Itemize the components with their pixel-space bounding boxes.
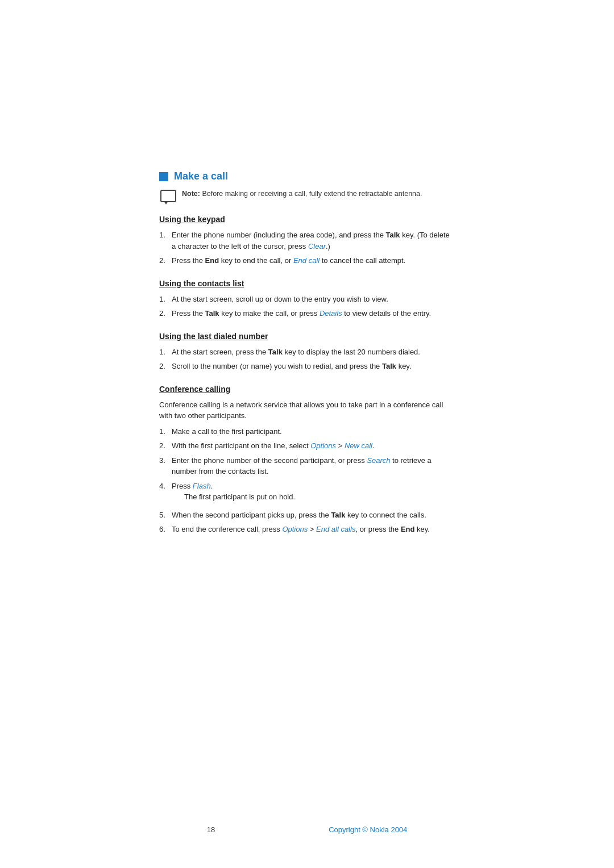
- note-text: Note: Before making or receiving a call,…: [182, 189, 422, 199]
- note-box: Note: Before making or receiving a call,…: [160, 189, 455, 202]
- conference-intro: Conference calling is a network service …: [159, 399, 455, 422]
- last-dialed-list: 1. At the start screen, press the Talk k…: [159, 347, 455, 372]
- subsection-title-conference: Conference calling: [159, 385, 455, 394]
- section-last-dialed: Using the last dialed number 1. At the s…: [159, 332, 455, 372]
- search-link[interactable]: Search: [367, 456, 390, 465]
- section-keypad: Using the keypad 1. Enter the phone numb…: [159, 215, 455, 266]
- options-link2[interactable]: Options: [282, 525, 308, 533]
- list-item: 1. At the start screen, scroll up or dow…: [159, 294, 455, 305]
- details-link[interactable]: Details: [320, 309, 342, 318]
- sub-note: The first participant is put on hold.: [184, 491, 455, 503]
- list-item: 1. Enter the phone number (including the…: [159, 229, 455, 252]
- copyright-text: Copyright © Nokia 2004: [329, 825, 407, 834]
- main-section-title: Make a call: [159, 170, 455, 182]
- footer: 18 Copyright © Nokia 2004: [0, 825, 614, 834]
- list-item: 2. Press the End key to end the call, or…: [159, 255, 455, 266]
- blue-square-icon: [159, 172, 168, 181]
- new-call-link[interactable]: New call: [345, 441, 372, 450]
- page-title: Make a call: [174, 170, 228, 182]
- list-item: 4. Press Flash. The first participant is…: [159, 481, 455, 506]
- subsection-title-keypad: Using the keypad: [159, 215, 455, 224]
- contacts-list: 1. At the start screen, scroll up or dow…: [159, 294, 455, 319]
- options-link[interactable]: Options: [310, 441, 336, 450]
- subsection-title-last-dialed: Using the last dialed number: [159, 332, 455, 341]
- list-item: 3. Enter the phone number of the second …: [159, 455, 455, 477]
- subsection-title-contacts: Using the contacts list: [159, 279, 455, 288]
- note-label: Note:: [182, 190, 200, 198]
- note-body: Before making or receiving a call, fully…: [202, 190, 422, 198]
- list-item: 2. Press the Talk key to make the call, …: [159, 308, 455, 319]
- section-conference: Conference calling Conference calling is…: [159, 385, 455, 535]
- page: Make a call Note: Before making or recei…: [0, 0, 614, 868]
- list-item: 1. Make a call to the first participant.: [159, 426, 455, 437]
- list-item: 2. Scroll to the number (or name) you wi…: [159, 361, 455, 372]
- content-area: Make a call Note: Before making or recei…: [0, 0, 614, 584]
- end-call-link[interactable]: End call: [293, 256, 320, 265]
- note-icon: [160, 190, 176, 202]
- list-item: 1. At the start screen, press the Talk k…: [159, 347, 455, 358]
- list-item: 2. With the first participant on the lin…: [159, 440, 455, 452]
- clear-link[interactable]: Clear: [308, 242, 326, 251]
- flash-link[interactable]: Flash: [193, 482, 211, 490]
- section-contacts: Using the contacts list 1. At the start …: [159, 279, 455, 319]
- list-item: 6. To end the conference call, press Opt…: [159, 524, 455, 535]
- keypad-list: 1. Enter the phone number (including the…: [159, 229, 455, 266]
- list-item: 5. When the second participant picks up,…: [159, 510, 455, 521]
- page-number: 18: [207, 825, 215, 834]
- end-all-calls-link[interactable]: End all calls: [316, 525, 355, 533]
- conference-list: 1. Make a call to the first participant.…: [159, 426, 455, 535]
